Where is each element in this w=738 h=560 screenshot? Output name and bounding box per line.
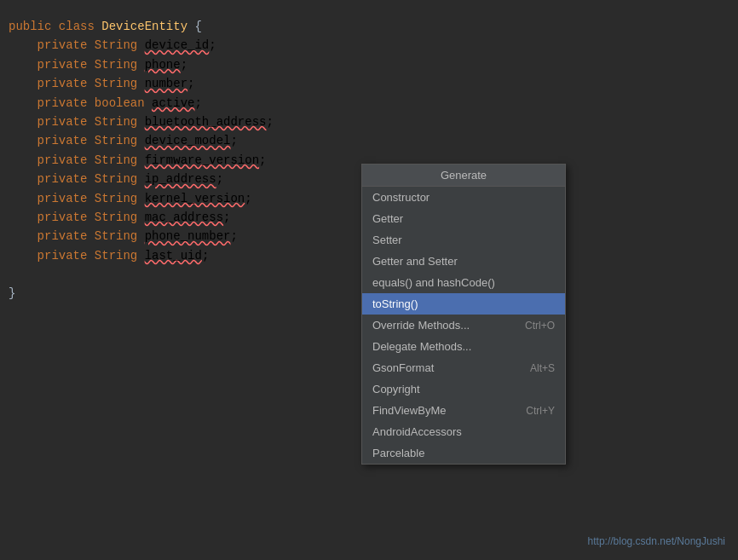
code-line-3: private String phone; xyxy=(9,55,729,74)
menu-item-parcelable-label: Parcelable xyxy=(372,447,424,459)
menu-item-getter-and-setter[interactable]: Getter and Setter xyxy=(362,251,565,272)
context-menu[interactable]: Generate Constructor Getter Setter Gette… xyxy=(361,164,566,465)
menu-item-find-view-by-me-label: FindViewByMe xyxy=(372,404,446,417)
code-line-5: private boolean active; xyxy=(9,94,729,113)
menu-item-tostring-label: toString() xyxy=(372,297,418,310)
menu-item-getter[interactable]: Getter xyxy=(362,208,565,229)
menu-item-find-view-by-me[interactable]: FindViewByMe Ctrl+Y xyxy=(362,400,565,421)
menu-item-constructor[interactable]: Constructor xyxy=(362,187,565,208)
menu-item-tostring[interactable]: toString() xyxy=(362,293,565,315)
menu-item-gson-format[interactable]: GsonFormat Alt+S xyxy=(362,357,565,378)
code-line-2: private String device_id; xyxy=(9,36,729,55)
menu-item-android-accessors[interactable]: AndroidAccessors xyxy=(362,421,565,442)
watermark: http://blog.csdn.net/NongJushi xyxy=(588,535,725,547)
menu-item-setter-label: Setter xyxy=(372,234,402,246)
menu-item-override-methods-label: Override Methods... xyxy=(372,319,470,332)
menu-item-constructor-label: Constructor xyxy=(372,191,430,204)
menu-item-override-methods[interactable]: Override Methods... Ctrl+O xyxy=(362,315,565,336)
code-line-1: public class DeviceEntity { xyxy=(9,17,729,36)
menu-item-find-view-by-me-shortcut: Ctrl+Y xyxy=(526,405,555,417)
code-line-6: private String bluetooth_address; xyxy=(9,113,729,131)
menu-item-equals-hashcode[interactable]: equals() and hashCode() xyxy=(362,272,565,293)
menu-item-gson-format-label: GsonFormat xyxy=(372,361,434,374)
menu-item-setter[interactable]: Setter xyxy=(362,229,565,251)
menu-item-android-accessors-label: AndroidAccessors xyxy=(372,425,462,438)
menu-item-getter-label: Getter xyxy=(372,212,403,225)
menu-item-parcelable[interactable]: Parcelable xyxy=(362,442,565,464)
menu-item-equals-hashcode-label: equals() and hashCode() xyxy=(372,276,495,289)
code-line-4: private String number; xyxy=(9,74,729,93)
menu-item-getter-and-setter-label: Getter and Setter xyxy=(372,255,458,268)
context-menu-header: Generate xyxy=(362,165,565,187)
menu-item-gson-format-shortcut: Alt+S xyxy=(530,362,555,374)
code-line-7: private String device_model; xyxy=(9,131,729,150)
menu-item-copyright-label: Copyright xyxy=(372,383,420,395)
menu-item-delegate-methods-label: Delegate Methods... xyxy=(372,340,471,353)
menu-item-delegate-methods[interactable]: Delegate Methods... xyxy=(362,336,565,357)
menu-item-copyright[interactable]: Copyright xyxy=(362,378,565,400)
menu-item-override-methods-shortcut: Ctrl+O xyxy=(525,320,555,332)
